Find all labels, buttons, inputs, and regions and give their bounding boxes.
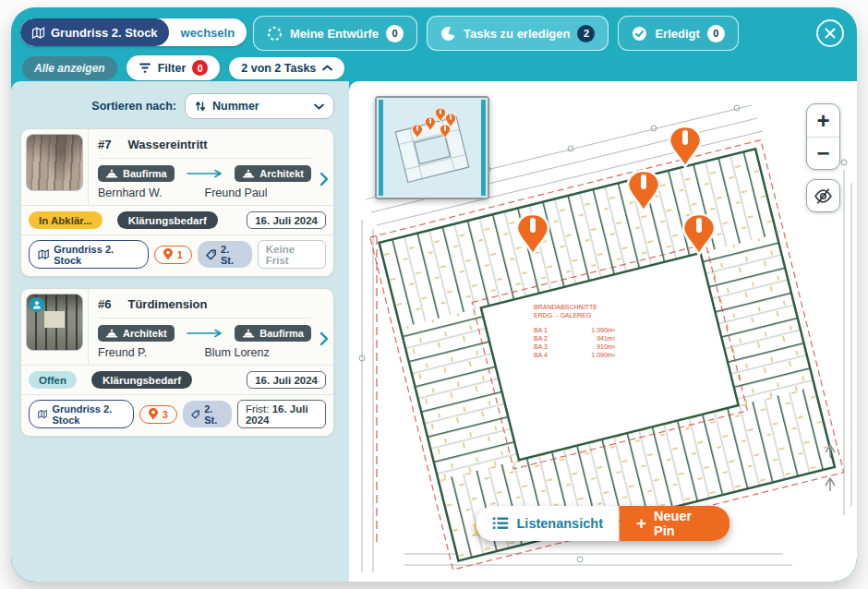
- from-role-label: Architekt: [123, 328, 167, 339]
- status-badge: Offen: [29, 371, 77, 389]
- sort-label: Sortieren nach:: [91, 100, 176, 113]
- plan-chip: Grundriss 2. Stock: [29, 400, 134, 428]
- zoom-out-button[interactable]: −: [807, 137, 839, 169]
- chevron-down-icon: [314, 103, 324, 110]
- app-window: Grundriss 2. Stock wechseln Meine Entwür…: [11, 7, 857, 582]
- plan-switch-button[interactable]: wechseln: [169, 26, 247, 40]
- deadline-badge: Frist: 16. Juli 2024: [237, 400, 326, 428]
- minimap[interactable]: [375, 96, 489, 199]
- tab-count-badge: 0: [707, 25, 725, 42]
- task-number: #6: [98, 297, 111, 311]
- tab-erledigt[interactable]: Erledigt 0: [618, 16, 738, 51]
- hide-pins-button[interactable]: [806, 179, 840, 212]
- annotation-row-label: BA 2: [534, 335, 548, 342]
- close-icon: [824, 27, 837, 40]
- open-task-chevron[interactable]: [319, 331, 329, 350]
- chevron-right-icon: [319, 172, 329, 186]
- open-task-chevron[interactable]: [319, 172, 329, 190]
- deadline-prefix: Frist:: [246, 403, 272, 415]
- to-role-label: Architekt: [259, 168, 304, 179]
- chevron-right-icon: [319, 331, 329, 346]
- annotation-row-value: 1.090m²: [591, 327, 615, 333]
- new-pin-button[interactable]: + Neuer Pin: [620, 506, 730, 541]
- assignee-avatar-badge: [30, 297, 44, 312]
- annotation-row-value: 941m²: [597, 335, 616, 342]
- task-number: #7: [98, 138, 111, 151]
- task-card[interactable]: #7 Wassereintritt Baufirma: [20, 128, 334, 277]
- card-top: #6 Türdimension Architekt: [21, 289, 333, 365]
- annotation-row-label: BA 4: [534, 352, 548, 358]
- tab-meine-entwuerfe[interactable]: Meine Entwürfe 0: [253, 16, 417, 51]
- card-main: #7 Wassereintritt Baufirma: [88, 129, 333, 205]
- list-view-label: Listenansicht: [517, 516, 603, 531]
- map-icon: [31, 27, 45, 39]
- created-date: 16. Juli 2024: [247, 211, 326, 229]
- helmet-icon: [242, 169, 255, 179]
- zoom-in-button[interactable]: +: [807, 104, 839, 137]
- plus-icon: +: [636, 513, 646, 534]
- tab-tasks-zu-erledigen[interactable]: Tasks zu erledigen 2: [427, 16, 609, 51]
- category-badge: Klärungsbedarf: [117, 211, 218, 229]
- sort-dropdown[interactable]: Nummer: [185, 93, 334, 119]
- floor-chip: 2. St.: [183, 401, 232, 427]
- floor-plan-panel[interactable]: BRANDABSCHNITTE ERDG. - GALEREG BA 1 1.0…: [349, 81, 857, 582]
- task-title: Wassereintritt: [127, 138, 207, 151]
- minimap-drawing: [377, 98, 488, 198]
- from-name: Freund P.: [98, 346, 205, 359]
- helmet-icon: [105, 329, 118, 339]
- annotation-title: BRANDABSCHNITTE: [534, 304, 597, 310]
- to-name: Freund Paul: [205, 186, 268, 199]
- plan-pin[interactable]: [669, 126, 701, 167]
- card-main: #6 Türdimension Architekt: [88, 289, 333, 365]
- from-role-badge: Architekt: [98, 325, 175, 342]
- tab-label: Tasks zu erledigen: [464, 27, 570, 41]
- task-photo-thumbnail[interactable]: [26, 294, 83, 351]
- content-area: Sortieren nach: Nummer: [11, 81, 857, 582]
- plan-selector-label: Grundriss 2. Stock: [51, 26, 158, 40]
- list-view-button[interactable]: Listenansicht: [476, 506, 620, 541]
- map-icon: [38, 249, 49, 259]
- sort-row: Sortieren nach: Nummer: [11, 81, 349, 128]
- deadline-badge: Keine Frist: [258, 240, 326, 269]
- plan-selector[interactable]: Grundriss 2. Stock wechseln: [20, 18, 247, 46]
- floor-chip-label: 2. St.: [221, 244, 244, 266]
- task-title: Türdimension: [127, 297, 207, 311]
- pin-icon: [149, 408, 158, 420]
- close-button[interactable]: [816, 19, 844, 47]
- sort-value: Nummer: [212, 100, 307, 113]
- plan-action-bar: Listenansicht + Neuer Pin: [476, 506, 730, 541]
- from-role-label: Baufirma: [123, 168, 167, 179]
- plan-chip-label: Grundriss 2. Stock: [54, 244, 139, 266]
- list-icon: [493, 517, 509, 530]
- tab-label: Erledigt: [655, 27, 699, 41]
- to-role-label: Baufirma: [259, 328, 304, 339]
- filter-button[interactable]: Filter 0: [127, 55, 221, 80]
- task-photo-thumbnail[interactable]: [26, 134, 83, 191]
- funnel-icon: [139, 63, 151, 74]
- category-badge: Klärungsbedarf: [91, 371, 192, 389]
- pin-count-chip: 3: [139, 405, 177, 424]
- floor-chip: 2. St.: [198, 241, 252, 268]
- arrow-right-icon: [186, 329, 224, 338]
- from-name: Bernhard W.: [98, 186, 205, 199]
- tab-count-badge: 2: [577, 25, 595, 42]
- task-card[interactable]: #6 Türdimension Architekt: [20, 288, 334, 437]
- chevron-up-icon: [322, 65, 332, 71]
- helmet-icon: [242, 329, 255, 339]
- tag-icon: [191, 409, 199, 420]
- task-count-label: 2 von 2 Tasks: [241, 62, 316, 75]
- annotation-row-label: BA 1: [534, 327, 548, 333]
- from-role-badge: Baufirma: [98, 165, 175, 182]
- tab-bar: Meine Entwürfe 0 Tasks zu erledigen 2 Er…: [253, 16, 739, 51]
- task-count-toggle[interactable]: 2 von 2 Tasks: [229, 57, 344, 79]
- check-circle-icon: [632, 26, 647, 42]
- helmet-icon: [105, 169, 118, 179]
- show-all-button[interactable]: Alle anzeigen: [22, 56, 117, 80]
- plan-chip-label: Grundriss 2. Stock: [52, 403, 124, 426]
- app-header: Grundriss 2. Stock wechseln Meine Entwür…: [11, 7, 857, 81]
- sort-arrows-icon: [195, 101, 206, 112]
- filter-bar: Alle anzeigen Filter 0 2 von 2 Tasks: [22, 55, 344, 80]
- progress-pie-icon: [440, 26, 456, 42]
- pin-count-label: 3: [163, 409, 168, 420]
- to-role-badge: Baufirma: [235, 325, 311, 342]
